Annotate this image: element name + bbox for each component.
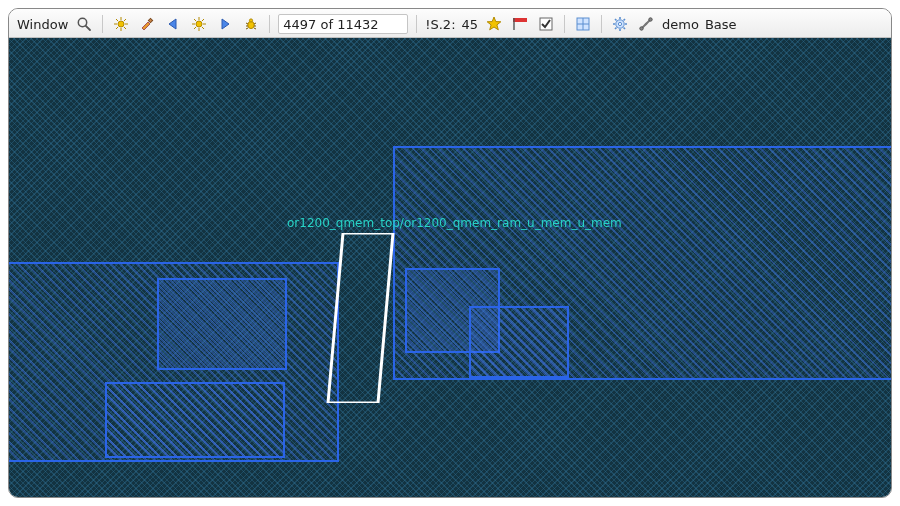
svg-line-18 <box>202 27 204 29</box>
svg-point-2 <box>118 21 124 27</box>
layout-canvas[interactable]: or1200_qmem_top/or1200_qmem_ram_u_mem_u_… <box>9 38 891 498</box>
status2-value: 45 <box>462 17 479 32</box>
svg-point-45 <box>640 27 643 30</box>
brush-icon[interactable] <box>137 14 157 34</box>
svg-point-12 <box>196 21 202 27</box>
region-block <box>405 268 500 353</box>
bug-icon[interactable] <box>241 14 261 34</box>
sun-icon[interactable] <box>189 14 209 34</box>
svg-point-22 <box>250 19 253 22</box>
svg-rect-11 <box>149 18 153 22</box>
status2-label: !S.2: <box>425 17 455 32</box>
next-icon[interactable] <box>215 14 235 34</box>
prev-icon[interactable] <box>163 14 183 34</box>
svg-line-1 <box>86 26 90 30</box>
svg-marker-47 <box>328 233 393 403</box>
svg-point-36 <box>618 22 621 25</box>
instance-label: or1200_qmem_top/or1200_qmem_ram_u_mem_u_… <box>287 216 622 230</box>
toolbar-sep <box>269 15 270 33</box>
svg-line-19 <box>202 19 204 21</box>
counter-field[interactable] <box>278 14 408 34</box>
svg-line-44 <box>615 28 617 30</box>
svg-line-8 <box>124 27 126 29</box>
toolbar-sep <box>416 15 417 33</box>
gear-icon[interactable] <box>610 14 630 34</box>
toolbar-sep <box>564 15 565 33</box>
flag-icon[interactable] <box>510 14 530 34</box>
layout-icon[interactable] <box>573 14 593 34</box>
mode-base[interactable]: Base <box>705 17 737 32</box>
window-menu[interactable]: Window <box>17 17 68 32</box>
mode-demo[interactable]: demo <box>662 17 699 32</box>
region-block <box>157 278 287 370</box>
star-icon[interactable] <box>484 14 504 34</box>
svg-line-41 <box>615 19 617 21</box>
app-window: Window <box>8 8 892 498</box>
svg-line-7 <box>116 19 118 21</box>
svg-line-42 <box>624 28 626 30</box>
toolbar: Window <box>9 9 891 38</box>
region-block <box>469 306 569 378</box>
check-icon[interactable] <box>536 14 556 34</box>
selected-cell <box>322 233 402 403</box>
region-block <box>9 262 339 462</box>
tools-icon[interactable] <box>636 14 656 34</box>
region-block <box>393 146 891 380</box>
toolbar-sep <box>102 15 103 33</box>
svg-line-20 <box>194 27 196 29</box>
highlight-icon[interactable] <box>111 14 131 34</box>
svg-line-28 <box>254 28 256 29</box>
svg-line-9 <box>124 19 126 21</box>
svg-line-43 <box>624 19 626 21</box>
svg-line-25 <box>246 28 248 29</box>
svg-line-17 <box>194 19 196 21</box>
svg-point-46 <box>649 18 652 21</box>
region-block <box>105 382 285 458</box>
svg-rect-29 <box>513 18 527 22</box>
zoom-icon[interactable] <box>74 14 94 34</box>
toolbar-sep <box>601 15 602 33</box>
svg-line-10 <box>116 27 118 29</box>
